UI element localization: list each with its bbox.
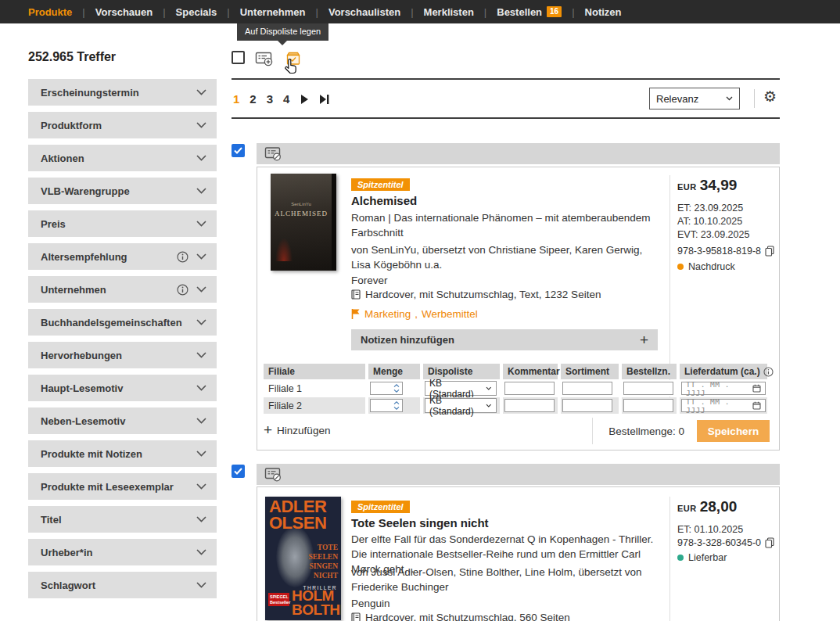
menge-input[interactable] bbox=[370, 399, 403, 412]
bestellzn-input[interactable] bbox=[623, 399, 673, 412]
filter-vlb-warengruppe[interactable]: VLB-Warengruppe bbox=[28, 178, 217, 204]
nav-item-vorschaulisten[interactable]: Vorschaulisten bbox=[328, 6, 400, 18]
cover-author-text: HOLM BOLTHER bbox=[292, 589, 340, 617]
chevron-down-icon bbox=[196, 221, 206, 227]
nav-item-unternehmen[interactable]: Unternehmen bbox=[240, 6, 306, 18]
menge-input[interactable] bbox=[370, 382, 403, 395]
copy-icon[interactable] bbox=[765, 246, 774, 257]
kommentar-input[interactable] bbox=[504, 399, 555, 412]
filter-haupt-lesemotiv[interactable]: Haupt-Lesemotiv bbox=[28, 375, 217, 401]
chevron-down-icon bbox=[196, 319, 206, 325]
kommentar-input[interactable] bbox=[504, 382, 555, 395]
nav-item-bestellen[interactable]: Bestellen 16 bbox=[497, 6, 562, 18]
info-icon[interactable] bbox=[177, 251, 188, 263]
page-2[interactable]: 2 bbox=[249, 92, 256, 106]
sort-select[interactable]: Relevanz bbox=[649, 88, 740, 109]
sortiment-input[interactable] bbox=[562, 399, 612, 412]
chevron-down-icon bbox=[196, 286, 206, 293]
info-icon[interactable] bbox=[763, 367, 774, 377]
nav-separator: | bbox=[474, 6, 497, 18]
marketing-link[interactable]: Marketing bbox=[364, 308, 411, 320]
filter-altersempfehlung[interactable]: Altersempfehlung bbox=[28, 243, 217, 270]
info-icon[interactable] bbox=[177, 284, 188, 296]
col-kommentar: Kommentar bbox=[503, 364, 558, 379]
filter-produkte-mit-notizen[interactable]: Produkte mit Notizen bbox=[28, 440, 217, 467]
divider bbox=[669, 497, 670, 621]
chevron-down-icon bbox=[196, 89, 206, 95]
lieferdatum-input[interactable]: TT . MM . JJJJ bbox=[681, 399, 766, 412]
copy-icon[interactable] bbox=[765, 537, 774, 548]
divider bbox=[232, 78, 780, 80]
nav-item-notizen[interactable]: Notizen bbox=[585, 6, 622, 18]
date-line: AT: 10.10.2025 bbox=[677, 215, 749, 228]
price-amount: 28,00 bbox=[700, 498, 738, 515]
product-dates: ET: 23.09.2025 AT: 10.10.2025 EVT: 23.09… bbox=[677, 202, 749, 242]
calendar-icon[interactable] bbox=[752, 384, 761, 393]
filter-buchhandelsgemeinschaften[interactable]: Buchhandelsgemeinschaften bbox=[28, 309, 217, 336]
product-authors: von SenLinYu, übersetzt von Christiane S… bbox=[351, 242, 664, 272]
filter-urheberin[interactable]: Urheber*in bbox=[28, 539, 217, 565]
filter-neben-lesemotiv[interactable]: Neben-Lesemotiv bbox=[28, 407, 217, 434]
order-row-filiale-1: Filiale 1 KB (Standard) bbox=[264, 380, 770, 397]
product-dates: ET: 01.10.2025 bbox=[677, 523, 743, 537]
cover-title-text: TOTE SEELEN SINGEN NICHT bbox=[300, 544, 338, 581]
chevron-down-icon bbox=[196, 385, 206, 391]
lieferdatum-input[interactable]: TT . MM . JJJJ bbox=[681, 382, 766, 395]
filter-produkte-mit-leseexemplar[interactable]: Produkte mit Leseexemplar bbox=[28, 473, 217, 500]
filter-schlagwort[interactable]: Schlagwort bbox=[28, 572, 217, 598]
add-to-merkliste-icon[interactable] bbox=[255, 51, 275, 67]
filter-titel[interactable]: Titel bbox=[28, 506, 217, 533]
chevron-down-icon bbox=[196, 253, 206, 260]
page-1[interactable]: 1 bbox=[233, 92, 239, 106]
product-2-cover[interactable]: ADLER OLSEN TOTE SEELEN SINGEN NICHT THR… bbox=[265, 497, 341, 620]
note-list-icon[interactable] bbox=[264, 467, 283, 483]
cover-title-text: ALCHEMISED bbox=[271, 210, 332, 217]
chevron-down-icon bbox=[196, 122, 206, 128]
status-text: Nachdruck bbox=[688, 261, 735, 272]
next-page-icon[interactable] bbox=[301, 95, 308, 104]
bestellzn-input[interactable] bbox=[623, 382, 673, 395]
product-1-checkbox[interactable] bbox=[232, 144, 245, 157]
date-line: EVT: 23.09.2025 bbox=[677, 228, 749, 242]
filter-aktionen[interactable]: Aktionen bbox=[28, 145, 217, 171]
filter-produktform[interactable]: Produktform bbox=[28, 112, 217, 138]
add-notes-bar[interactable]: Notizen hinzufügen + bbox=[351, 329, 658, 350]
col-filiale: Filiale bbox=[264, 364, 365, 379]
product-price: EUR 34,99 bbox=[677, 177, 737, 194]
gear-icon[interactable]: ⚙ bbox=[763, 88, 777, 106]
nav-item-produkte[interactable]: Produkte bbox=[28, 6, 72, 18]
filiale-name: Filiale 1 bbox=[264, 380, 365, 397]
filter-erscheinungstermin[interactable]: Erscheinungstermin bbox=[28, 79, 217, 106]
calendar-icon[interactable] bbox=[752, 401, 761, 410]
page-3[interactable]: 3 bbox=[267, 92, 273, 106]
bestellen-count-badge: 16 bbox=[547, 6, 562, 17]
product-publisher: Penguin bbox=[351, 598, 390, 609]
add-filiale-row[interactable]: + Hinzufügen bbox=[264, 423, 330, 437]
product-title[interactable]: Alchemised bbox=[351, 194, 417, 207]
cover-author-text: ADLER OLSEN bbox=[269, 499, 341, 532]
col-sortiment: Sortiment bbox=[561, 364, 619, 379]
sortiment-input[interactable] bbox=[562, 382, 612, 395]
product-title[interactable]: Tote Seelen singen nicht bbox=[351, 516, 489, 529]
werbemittel-link[interactable]: Werbemittel bbox=[422, 308, 478, 320]
col-menge: Menge bbox=[368, 364, 420, 379]
product-1-cover[interactable]: SenLinYu ALCHEMISED bbox=[271, 174, 336, 271]
col-lieferdatum: Lieferdatum (ca.) bbox=[680, 364, 767, 379]
nav-item-vorschauen[interactable]: Vorschauen bbox=[95, 6, 153, 18]
select-all-checkbox[interactable] bbox=[232, 51, 245, 64]
dispoliste-select[interactable]: KB (Standard) bbox=[425, 381, 497, 396]
note-list-icon[interactable] bbox=[264, 146, 283, 162]
product-2-checkbox[interactable] bbox=[232, 465, 245, 478]
last-page-icon[interactable] bbox=[320, 95, 329, 104]
dispoliste-tooltip: Auf Dispoliste legen bbox=[237, 23, 328, 41]
save-button[interactable]: Speichern bbox=[697, 420, 770, 442]
nav-item-specials[interactable]: Specials bbox=[176, 6, 217, 18]
nav-item-merklisten[interactable]: Merklisten bbox=[424, 6, 474, 18]
dispoliste-select[interactable]: KB (Standard) bbox=[425, 398, 497, 413]
nav-separator: | bbox=[72, 6, 95, 18]
filter-hervorhebungen[interactable]: Hervorhebungen bbox=[28, 342, 217, 368]
page-4[interactable]: 4 bbox=[283, 92, 289, 106]
order-table: Filiale Menge Dispoliste Kommentar Sorti… bbox=[264, 364, 770, 415]
filter-unternehmen[interactable]: Unternehmen bbox=[28, 276, 217, 303]
filter-preis[interactable]: Preis bbox=[28, 210, 217, 237]
